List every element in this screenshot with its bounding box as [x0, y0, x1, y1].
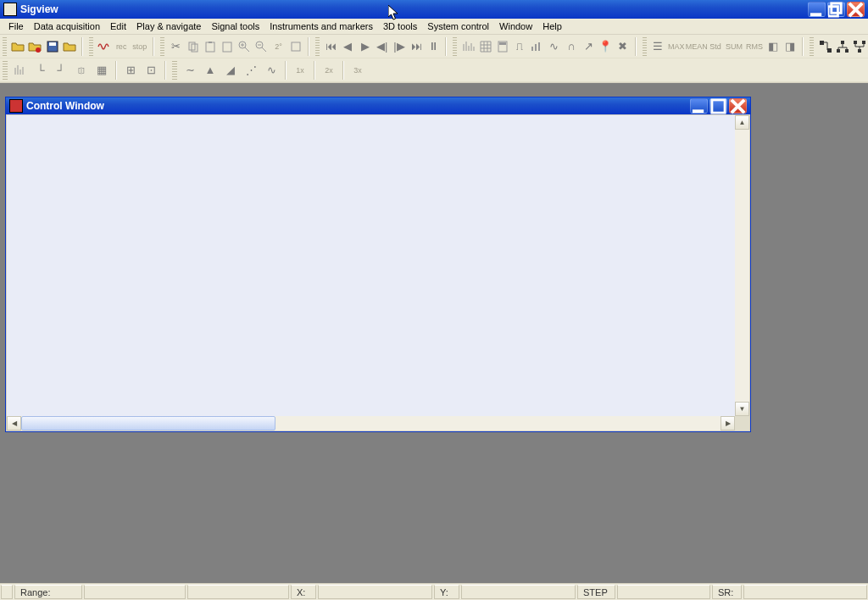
zoom-in-icon[interactable]	[236, 37, 252, 56]
child-app-icon	[9, 99, 23, 113]
child-close-button[interactable]	[729, 98, 747, 114]
svg-point-3	[36, 47, 41, 53]
tool-fun1-icon[interactable]: ⎍	[512, 37, 527, 56]
last-icon[interactable]: ⏭	[409, 37, 424, 56]
child-minimize-button[interactable]	[690, 98, 708, 114]
stop-icon[interactable]: stop	[131, 37, 148, 56]
grid-icon[interactable]	[478, 37, 493, 56]
svg-rect-10	[223, 42, 231, 52]
control-canvas[interactable]	[7, 115, 735, 416]
net3-icon[interactable]	[852, 37, 867, 56]
first-icon[interactable]: ⏮	[323, 37, 338, 56]
toolbar-grip[interactable]	[315, 37, 320, 56]
menu-play-navigate[interactable]: Play & navigate	[131, 19, 206, 33]
stat7-icon[interactable]: ◧	[765, 37, 781, 56]
chart2-icon[interactable]: └	[31, 61, 50, 80]
vertical-scrollbar[interactable]: ▲ ▼	[735, 115, 749, 416]
wave-c-icon[interactable]: ◢	[221, 61, 240, 80]
play-icon[interactable]: ▶	[357, 37, 372, 56]
calculator-icon[interactable]	[495, 37, 510, 56]
toolbar-grip[interactable]	[89, 37, 93, 56]
close-button[interactable]	[847, 2, 865, 17]
menu-help[interactable]: Help	[537, 19, 567, 33]
stat8-icon[interactable]: ◨	[782, 37, 798, 56]
menu-3d-tools[interactable]: 3D tools	[378, 19, 422, 33]
wave-e-icon[interactable]: ∿	[262, 61, 281, 80]
stat-max-icon[interactable]: MAX	[667, 37, 686, 56]
tools-icon[interactable]: ✖	[615, 37, 630, 56]
cut-icon[interactable]: ✂	[168, 37, 183, 56]
menu-instruments-markers[interactable]: Instruments and markers	[264, 19, 378, 33]
child-maximize-button[interactable]	[709, 98, 727, 114]
prev-icon[interactable]: ◀	[340, 37, 355, 56]
grid-b-icon[interactable]: ⊡	[142, 61, 160, 80]
pulse-icon[interactable]: ∿	[547, 37, 562, 56]
restore-button[interactable]	[827, 2, 845, 17]
rate-2x[interactable]: 2x	[320, 61, 338, 80]
step-icon[interactable]: |▶	[392, 37, 407, 56]
open-red-icon[interactable]	[27, 37, 42, 56]
scroll-left-icon[interactable]: ◀	[7, 416, 21, 431]
pause-icon[interactable]: ⏸	[426, 37, 441, 56]
waveform-icon[interactable]	[97, 37, 112, 56]
paste-special-icon[interactable]	[220, 37, 235, 56]
wave-b-icon[interactable]: ▲	[201, 61, 220, 80]
menu-file[interactable]: File	[3, 19, 29, 33]
stat1-icon[interactable]: ☰	[650, 37, 665, 56]
rate-3x[interactable]: 3x	[348, 61, 367, 80]
toolbar-grip[interactable]	[3, 37, 7, 56]
resize-grip[interactable]	[735, 416, 749, 431]
pin-icon[interactable]: 📍	[598, 37, 613, 56]
scroll-up-icon[interactable]: ▲	[735, 115, 749, 130]
stat-sum-icon[interactable]: SUM	[725, 37, 743, 56]
menu-system-control[interactable]: System control	[422, 19, 494, 33]
toolbar-grip[interactable]	[160, 37, 164, 56]
child-titlebar[interactable]: Control Window	[6, 97, 750, 114]
spectrum-icon[interactable]	[460, 37, 476, 56]
scroll-right-icon[interactable]: ▶	[721, 416, 735, 431]
net2-icon[interactable]	[835, 37, 850, 56]
open-alt-icon[interactable]	[62, 37, 77, 56]
svg-rect-2	[828, 6, 837, 15]
chart3-icon[interactable]: ┘	[52, 61, 70, 80]
svg-rect-17	[535, 44, 537, 51]
status-range-value2	[187, 585, 289, 599]
open-icon[interactable]	[10, 37, 25, 56]
chart4-icon[interactable]: ⎅	[72, 61, 91, 80]
rev-step-icon[interactable]: ◀|	[375, 37, 390, 56]
wave-d-icon[interactable]: ⋰	[242, 61, 260, 80]
toolbar-grip[interactable]	[643, 37, 647, 56]
menu-edit[interactable]: Edit	[105, 19, 131, 33]
paste-icon[interactable]	[203, 37, 218, 56]
chart5-icon[interactable]: ▦	[92, 61, 111, 80]
info-icon[interactable]	[288, 37, 303, 56]
horizontal-scroll-thumb[interactable]	[21, 416, 275, 431]
stat-mean-icon[interactable]: MEAN	[687, 37, 706, 56]
copy-icon[interactable]	[185, 37, 200, 56]
zoom-level-icon[interactable]: 2°	[271, 37, 287, 56]
toolbar-row-1: rec stop ✂ 2° ⏮ ◀ ▶ ◀| |▶ ⏭ ⏸ ⎍ ∿ ∩ ↗ 📍 …	[0, 35, 868, 58]
toolbar-grip[interactable]	[3, 61, 8, 80]
bars-icon[interactable]	[529, 37, 544, 56]
record-icon[interactable]: rec	[114, 37, 129, 56]
menu-window[interactable]: Window	[494, 19, 537, 33]
net1-icon[interactable]	[817, 37, 832, 56]
stat-std-icon[interactable]: Std	[708, 37, 723, 56]
filter-icon[interactable]: ∩	[564, 37, 579, 56]
toolbar-grip[interactable]	[172, 61, 177, 80]
trend-icon[interactable]: ↗	[581, 37, 596, 56]
zoom-out-icon[interactable]	[253, 37, 269, 56]
toolbar-grip[interactable]	[453, 37, 457, 56]
save-icon[interactable]	[44, 37, 59, 56]
grid-a-icon[interactable]: ⊞	[121, 61, 140, 80]
stat-rms-icon[interactable]: RMS	[745, 37, 764, 56]
menu-signal-tools[interactable]: Signal tools	[206, 19, 264, 33]
chart1-icon[interactable]	[11, 61, 30, 80]
horizontal-scrollbar[interactable]: ◀ ▶	[7, 416, 735, 431]
wave-a-icon[interactable]: ∼	[181, 61, 199, 80]
rate-1x[interactable]: 1x	[291, 61, 309, 80]
scroll-down-icon[interactable]: ▼	[735, 402, 749, 416]
menu-data-acquisition[interactable]: Data acquisition	[29, 19, 105, 33]
minimize-button[interactable]	[808, 2, 826, 17]
toolbar-grip[interactable]	[810, 37, 814, 56]
